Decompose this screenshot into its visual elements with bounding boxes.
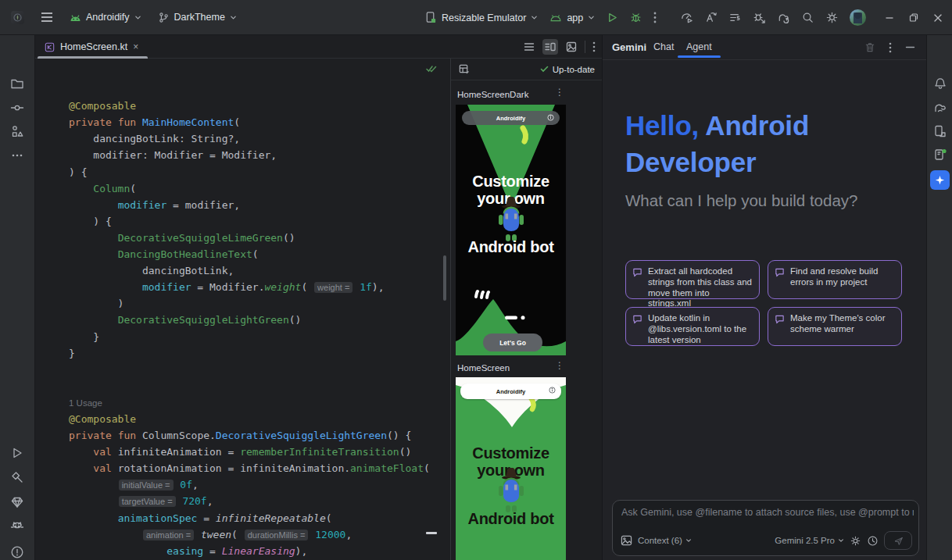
kotlin-file-icon: [45, 42, 55, 52]
logcat-tool-icon[interactable]: [10, 520, 24, 534]
chevron-down-icon: [588, 14, 595, 21]
gemini-input-box[interactable]: Ask Gemini, use @filename to attach sour…: [612, 500, 919, 556]
device-selector[interactable]: Resizable Emulator: [424, 11, 538, 24]
vcs-branch-selector[interactable]: DarkTheme: [158, 12, 237, 23]
notifications-icon[interactable]: [933, 77, 947, 91]
gemini-subtitle: What can I help you build today?: [625, 191, 857, 210]
project-tool-icon[interactable]: [10, 77, 24, 91]
settings-icon[interactable]: [825, 11, 839, 24]
hide-panel-icon[interactable]: [905, 42, 915, 52]
emulator-device-icon: [424, 11, 437, 24]
suggestion-cards: Extract all hardcoded strings from this …: [625, 260, 902, 346]
main-menu-icon[interactable]: [41, 12, 53, 23]
preview-headline: Android bot: [456, 238, 566, 256]
gemini-more-icon[interactable]: [889, 42, 892, 53]
device-manager-icon[interactable]: [933, 124, 947, 138]
chat-bubble-icon: [632, 267, 642, 277]
debug-button[interactable]: [630, 12, 642, 23]
code-lines: @Composableprivate fun MainHomeContent( …: [69, 98, 449, 560]
editor-scrollbar[interactable]: [443, 255, 446, 301]
attach-image-icon[interactable]: [621, 535, 632, 546]
build-tool-icon[interactable]: [10, 471, 24, 485]
suggestion-card[interactable]: Find and resolve build errors in my proj…: [768, 260, 902, 299]
code-view-icon[interactable]: [523, 41, 535, 53]
delete-conversation-icon[interactable]: [864, 41, 875, 53]
android-bot-image: [492, 468, 530, 513]
run-config-name: app: [567, 12, 583, 23]
ai-actions-icon[interactable]: [704, 11, 718, 24]
gemini-tool-icon[interactable]: [930, 170, 950, 190]
preview-appbar: Androidify: [462, 111, 560, 125]
code-editor[interactable]: @Composableprivate fun MainHomeContent( …: [35, 59, 449, 560]
project-selector[interactable]: Androidify: [70, 12, 141, 23]
commit-tool-icon[interactable]: [10, 101, 24, 115]
android-head-icon: [549, 13, 562, 22]
suggestion-card[interactable]: Extract all hardcoded strings from this …: [625, 260, 760, 299]
gemini-settings-icon[interactable]: [850, 535, 861, 547]
suggestion-card[interactable]: Update kotlin in @libs.version.toml to t…: [625, 307, 760, 346]
editor-tab-homescreen[interactable]: HomeScreen.kt ×: [38, 35, 148, 59]
info-icon: [549, 387, 556, 394]
tab-agent[interactable]: Agent: [686, 41, 712, 52]
send-button[interactable]: [884, 531, 912, 550]
preview-status: Up-to-date: [540, 65, 595, 74]
gradle-tool-icon[interactable]: [933, 101, 947, 115]
editor: HomeScreen.kt × @Composableprivate fun M…: [35, 35, 602, 560]
profiler-icon[interactable]: [680, 11, 693, 24]
attach-debugger-icon[interactable]: [753, 11, 766, 24]
chat-bubble-icon: [775, 314, 785, 324]
tab-label: HomeScreen.kt: [60, 41, 127, 52]
info-icon: [547, 114, 554, 121]
context-selector[interactable]: Context (6): [638, 536, 692, 545]
split-view-icon[interactable]: [542, 39, 558, 55]
left-toolrail: [0, 35, 35, 560]
gemini-panel: Gemini Chat Agent Hello, Android Develop…: [602, 35, 926, 560]
window-restore-button[interactable]: [909, 13, 918, 23]
editor-more-icon[interactable]: [592, 41, 596, 52]
task-list-icon[interactable]: [728, 11, 742, 24]
more-tools-icon[interactable]: [10, 148, 24, 162]
search-icon[interactable]: [801, 11, 814, 24]
gemini-input-placeholder: Ask Gemini, use @filename to attach sour…: [621, 507, 914, 518]
window-minimize-button[interactable]: [885, 13, 894, 23]
gradle-sync-icon[interactable]: [777, 11, 790, 24]
preview-headline: Customize: [456, 173, 566, 191]
preview2-menu-icon[interactable]: ⋮: [555, 362, 563, 369]
preview1-menu-icon[interactable]: ⋮: [555, 88, 563, 96]
branch-name: DarkTheme: [174, 12, 225, 23]
android-head-icon: [70, 12, 81, 23]
fold-marker: [426, 532, 437, 534]
inspections-ok-icon[interactable]: [426, 65, 437, 73]
design-view-icon[interactable]: [565, 41, 578, 53]
ui-tools-icon[interactable]: [458, 63, 470, 75]
preview-homescreendark[interactable]: Androidify Customize your own Android bo…: [456, 105, 566, 355]
more-actions-icon[interactable]: [653, 12, 657, 23]
tab-chat[interactable]: Chat: [653, 41, 674, 52]
preview-appbar: Androidify: [460, 383, 561, 399]
run-config-selector[interactable]: app: [549, 12, 595, 23]
preview2-label: HomeScreen: [457, 363, 510, 373]
window-close-button[interactable]: [933, 13, 943, 23]
editor-tabbar: HomeScreen.kt ×: [35, 35, 602, 59]
model-selector[interactable]: Gemini 2.5 Pro: [775, 536, 844, 545]
chevron-down-icon: [230, 14, 237, 21]
history-icon[interactable]: [867, 535, 879, 547]
preview1-label: HomeScreenDark: [457, 90, 528, 99]
problems-tool-icon[interactable]: [10, 545, 24, 559]
gemini-greeting: Hello, Android Developer: [625, 107, 809, 180]
structure-tool-icon[interactable]: [10, 124, 24, 138]
check-icon: [540, 66, 549, 73]
app-quality-insights-tool-icon[interactable]: [10, 495, 24, 509]
chevron-down-icon: [838, 537, 844, 544]
chevron-down-icon: [531, 14, 538, 21]
run-button[interactable]: [607, 12, 618, 23]
tab-close-icon[interactable]: ×: [133, 42, 138, 52]
user-avatar[interactable]: [850, 9, 866, 26]
preview-homescreen[interactable]: Androidify Customize your own Android bo…: [456, 377, 566, 560]
run-tool-icon[interactable]: [10, 446, 24, 460]
gemini-panel-title: Gemini: [612, 41, 646, 53]
preview-panel: Up-to-date HomeScreenDark ⋮ Androidify C…: [450, 59, 602, 560]
running-devices-icon[interactable]: [933, 148, 947, 162]
gemini-header: Gemini Chat Agent: [603, 35, 926, 60]
suggestion-card[interactable]: Make my Theme's color scheme warmer: [768, 307, 902, 346]
